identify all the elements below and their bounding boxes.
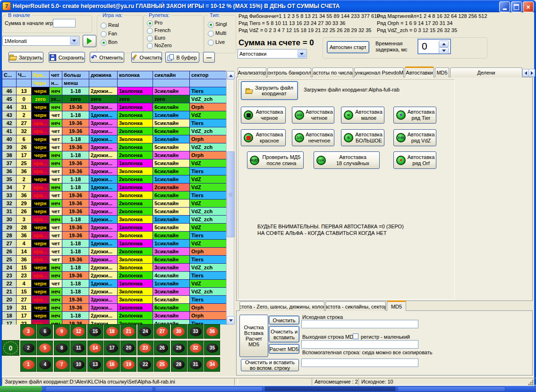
chevron-down-icon[interactable]: [298, 50, 306, 58]
preset-combo[interactable]: 1Melonati: [2, 36, 79, 46]
radio-nozero[interactable]: [147, 43, 153, 49]
tab-анализатор[interactable]: Анализатор: [238, 67, 266, 77]
board-cell-5[interactable]: 5: [37, 341, 53, 355]
play-button[interactable]: [83, 35, 96, 47]
board-cell-33[interactable]: 33: [187, 324, 204, 339]
md5-clear-and-paste-button[interactable]: Очистить и вставить: [269, 326, 299, 342]
board-cell-22[interactable]: 22: [137, 357, 153, 372]
autobet-button-odd[interactable]: 1/1Автоставка нечетное: [292, 129, 334, 146]
toolbar-button-5[interactable]: В буфер: [165, 52, 199, 63]
spin-up-button[interactable]: [439, 41, 449, 47]
board-cell-32[interactable]: 32: [187, 341, 204, 355]
board-cell-14[interactable]: 14: [87, 341, 103, 355]
autobet-button-orf[interactable]: ★Автоставка ряд Orf: [393, 151, 436, 169]
minimize-button[interactable]: [499, 1, 510, 12]
autobet-button-random18[interactable]: гс4Автоставка 18 случайных: [314, 151, 380, 169]
spin-down-button[interactable]: [439, 47, 449, 54]
board-cell-26[interactable]: 26: [154, 341, 170, 355]
board-cell-9[interactable]: 9: [54, 324, 70, 339]
tab-делени[interactable]: Делени: [450, 67, 522, 77]
board-cell-23[interactable]: 23: [137, 341, 153, 355]
board-cell-24[interactable]: 24: [137, 324, 153, 339]
board-cell-20[interactable]: 20: [120, 341, 136, 355]
start-sum-input[interactable]: [53, 19, 76, 27]
radio-french[interactable]: [147, 28, 153, 34]
autobet-button-red-square[interactable]: Автоставка красное: [241, 129, 286, 146]
scroll-up-button[interactable]: [227, 71, 235, 80]
radio-fan[interactable]: [101, 31, 107, 37]
board-cell-6[interactable]: 6: [37, 324, 53, 339]
board-cell-25[interactable]: 25: [154, 357, 170, 372]
board-cell-30[interactable]: 30: [171, 324, 187, 339]
autobet-button-md5[interactable]: МД5Проверить МД5 после спина: [247, 151, 304, 169]
chevron-down-icon[interactable]: [70, 37, 78, 45]
taskbar-item[interactable]: [155, 386, 263, 392]
resize-grip[interactable]: [528, 380, 534, 385]
md5-source-input[interactable]: [301, 320, 418, 328]
board-cell-29[interactable]: 29: [171, 341, 187, 355]
board-cell-3[interactable]: 3: [20, 324, 36, 339]
tab-scroll-right-button[interactable]: [528, 69, 535, 77]
autobet-button-vdz[interactable]: VdzАвтоставка ряд VdZ: [393, 129, 436, 146]
mode-combo[interactable]: Автоставки: [238, 49, 307, 58]
toolbar-button-3[interactable]: ↶Отменить: [90, 52, 124, 63]
md5-aux-input[interactable]: [301, 359, 418, 367]
bottom-tab-1[interactable]: Частота - Zero, шансы, дюжины, колонки: [239, 301, 324, 311]
board-cell-11[interactable]: 11: [70, 341, 86, 355]
board-cell-27[interactable]: 27: [154, 324, 170, 339]
load-coords-button[interactable]: Загрузить файл координат: [241, 81, 298, 100]
toolbar-button-6[interactable]: —: [203, 52, 215, 63]
toolbar-button-1[interactable]: Загрузить: [9, 52, 43, 63]
tab-автоставки[interactable]: Автоставки: [405, 67, 434, 77]
board-cell-16[interactable]: 16: [104, 357, 120, 372]
tab-md5[interactable]: MD5: [435, 67, 449, 77]
autospin-start-button[interactable]: Автоспин старт: [327, 41, 369, 53]
delay-spinner[interactable]: 0: [417, 39, 451, 54]
board-cell-18[interactable]: 18: [104, 324, 120, 339]
board-cell-15[interactable]: 15: [87, 324, 103, 339]
toolbar-button-4[interactable]: Очистить: [131, 52, 162, 63]
radio-live[interactable]: [208, 40, 214, 46]
tab-функционал-psevdoms[interactable]: Функционал PsevdoMS: [354, 67, 404, 77]
bottom-tab-3[interactable]: MD5: [387, 300, 406, 311]
board-cell-8[interactable]: 8: [54, 341, 70, 355]
autobet-button-even[interactable]: 2/2Автоставка четное: [292, 107, 334, 124]
board-cell-28[interactable]: 28: [171, 357, 187, 372]
autobet-button-big[interactable]: БАвтоставка БОЛЬШОЕ: [341, 129, 384, 146]
board-cell-2[interactable]: 2: [20, 341, 36, 355]
board-cell-36[interactable]: 36: [204, 324, 220, 339]
register-checkbox[interactable]: [353, 334, 358, 339]
board-cell-13[interactable]: 13: [87, 357, 103, 372]
md5-output-input[interactable]: [301, 340, 418, 349]
md5-clear-paste-calc-button[interactable]: Очистка Вставка Расчет MD5: [239, 315, 268, 357]
tab-scroll-left-button[interactable]: [522, 69, 529, 77]
tab-частоты-по-числам[interactable]: Частоты по числам: [312, 67, 353, 77]
autobet-button-tier[interactable]: ★Автоставка ряд Tier: [393, 107, 436, 124]
board-cell-21[interactable]: 21: [120, 324, 136, 339]
board-cell-7[interactable]: 7: [54, 357, 70, 372]
scroll-down-button[interactable]: [227, 316, 235, 325]
board-cell-19[interactable]: 19: [120, 357, 136, 372]
toolbar-button-2[interactable]: Сохранить: [49, 52, 85, 63]
close-button[interactable]: ×: [523, 1, 534, 12]
board-cell-34[interactable]: 34: [204, 357, 220, 372]
board-cell-35[interactable]: 35: [204, 341, 220, 355]
board-cell-4[interactable]: 4: [37, 357, 53, 372]
radio-real[interactable]: [101, 23, 107, 29]
board-cell-17[interactable]: 17: [104, 341, 120, 355]
board-cell-0[interactable]: 0: [2, 340, 19, 356]
maximize-button[interactable]: [511, 1, 522, 12]
taskbar-item[interactable]: [45, 386, 153, 392]
start-button[interactable]: [0, 386, 43, 392]
md5-clear-paste-aux-button[interactable]: Очистить и вставить во вспом. строку: [241, 359, 299, 371]
tab-контроль-банкролла[interactable]: Контроль банкролла: [267, 67, 311, 77]
bottom-tab-2[interactable]: Частота - сиклайны, сектора: [325, 301, 386, 311]
md5-clear-button[interactable]: Очистить: [269, 316, 299, 325]
board-cell-12[interactable]: 12: [70, 324, 86, 339]
board-cell-31[interactable]: 31: [187, 357, 204, 372]
autobet-button-black-square[interactable]: Автоставка черное: [241, 107, 286, 124]
radio-bon[interactable]: [101, 40, 107, 46]
taskbar-item[interactable]: [398, 386, 505, 392]
board-cell-1[interactable]: 1: [20, 357, 36, 372]
md5-calc-button[interactable]: Расчет MD5: [269, 344, 299, 354]
